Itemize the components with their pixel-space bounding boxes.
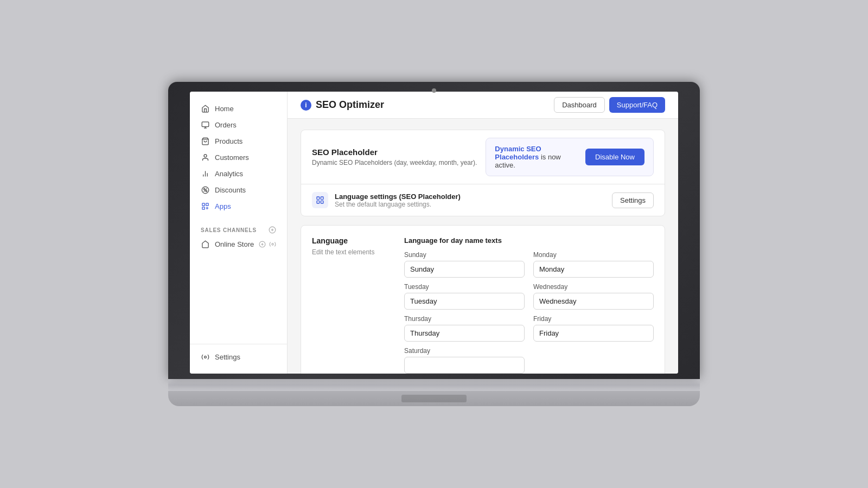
sidebar-item-products-label: Products [215, 137, 242, 145]
laptop-bottom [168, 391, 700, 406]
svg-line-10 [203, 188, 207, 191]
sunday-input[interactable] [404, 261, 525, 278]
online-store-left: Online Store [201, 240, 254, 248]
sidebar-item-home-label: Home [215, 105, 234, 113]
online-store-label: Online Store [215, 240, 254, 248]
customers-icon [201, 153, 209, 162]
sidebar: Home Orders [190, 92, 288, 374]
tuesday-input[interactable] [404, 293, 525, 310]
sidebar-item-analytics-label: Analytics [215, 170, 243, 178]
seo-placeholder-banner: SEO Placeholder Dynamic SEO Placeholders… [301, 130, 665, 184]
laptop-screen: Home Orders [190, 92, 678, 374]
sidebar-bottom: Settings [190, 344, 287, 365]
seo-placeholder-left: SEO Placeholder Dynamic SEO Placeholders… [312, 147, 477, 166]
sidebar-item-analytics[interactable]: Analytics [190, 165, 287, 182]
day-field-friday: Friday [533, 315, 654, 342]
day-field-thursday: Thursday [404, 315, 525, 342]
svg-point-20 [272, 243, 273, 245]
support-faq-button[interactable]: Support/FAQ [609, 97, 665, 113]
disable-now-button[interactable]: Disable Now [585, 149, 644, 165]
language-settings-subtitle: Set the default language settings. [335, 201, 461, 208]
svg-rect-13 [202, 207, 204, 209]
sidebar-nav: Home Orders [190, 100, 287, 214]
language-panel-right: Language for day name texts Sunday Monda… [404, 236, 654, 374]
monday-input[interactable] [533, 261, 654, 278]
content-area: SEO Placeholder Dynamic SEO Placeholders… [288, 119, 678, 374]
sidebar-item-apps[interactable]: Apps [190, 198, 287, 214]
orders-icon [201, 120, 209, 129]
sunday-label: Sunday [404, 251, 525, 259]
svg-rect-25 [321, 201, 323, 203]
svg-rect-23 [321, 197, 323, 200]
sidebar-item-products[interactable]: Products [190, 133, 287, 149]
sales-channels-section: SALES CHANNELS [190, 220, 287, 236]
wednesday-input[interactable] [533, 293, 654, 310]
language-settings-left: Language settings (SEO Placeholder) Set … [312, 192, 461, 208]
svg-rect-0 [202, 121, 209, 126]
sidebar-item-home[interactable]: Home [190, 100, 287, 117]
seo-placeholder-status-text: Dynamic SEO Placeholders is now active. [495, 145, 577, 169]
friday-label: Friday [533, 315, 654, 323]
language-panel: Language Edit the text elements Language… [301, 225, 665, 374]
settings-icon [201, 352, 209, 361]
friday-input[interactable] [533, 325, 654, 342]
seo-placeholder-bold: Dynamic SEO Placeholders [495, 145, 541, 161]
language-panel-subtitle: Edit the text elements [312, 248, 388, 256]
sidebar-item-discounts-label: Discounts [215, 186, 246, 194]
app-title-text: SEO Optimizer [316, 99, 384, 111]
day-field-saturday: Saturday [404, 347, 525, 374]
app-title-area: i SEO Optimizer [301, 99, 384, 111]
online-store-action-icons [259, 241, 276, 248]
sidebar-item-online-store[interactable]: Online Store [190, 236, 287, 252]
day-field-wednesday: Wednesday [533, 283, 654, 310]
day-field-sunday: Sunday [404, 251, 525, 278]
products-icon [201, 137, 209, 145]
day-field-tuesday: Tuesday [404, 283, 525, 310]
home-icon [201, 104, 209, 113]
svg-point-4 [204, 154, 207, 157]
app-header: i SEO Optimizer Dashboard Support/FAQ [288, 92, 678, 119]
svg-rect-22 [317, 197, 320, 200]
tuesday-label: Tuesday [404, 283, 525, 291]
discounts-icon [201, 185, 209, 194]
sidebar-item-discounts[interactable]: Discounts [190, 182, 287, 198]
monday-label: Monday [533, 251, 654, 259]
apps-icon [201, 202, 209, 210]
language-settings-info: Language settings (SEO Placeholder) Set … [335, 192, 461, 208]
svg-rect-24 [317, 201, 320, 203]
sidebar-item-settings[interactable]: Settings [190, 349, 287, 365]
sidebar-item-apps-label: Apps [215, 202, 231, 210]
thursday-input[interactable] [404, 325, 525, 342]
language-icon [312, 192, 328, 208]
analytics-icon [201, 169, 209, 178]
language-settings-title: Language settings (SEO Placeholder) [335, 192, 461, 201]
day-grid: Sunday Monday Tuesday [404, 251, 654, 374]
language-settings-row: Language settings (SEO Placeholder) Set … [301, 184, 665, 216]
svg-rect-11 [202, 203, 204, 205]
trackpad [401, 395, 467, 402]
saturday-label: Saturday [404, 347, 525, 355]
sidebar-item-orders[interactable]: Orders [190, 117, 287, 133]
language-settings-button[interactable]: Settings [612, 192, 654, 208]
thursday-label: Thursday [404, 315, 525, 323]
sidebar-item-orders-label: Orders [215, 121, 237, 129]
header-buttons: Dashboard Support/FAQ [554, 97, 665, 113]
seo-placeholder-desc: Dynamic SEO Placeholders (day, weekday, … [312, 159, 477, 166]
sidebar-item-customers-label: Customers [215, 153, 249, 162]
wednesday-label: Wednesday [533, 283, 654, 291]
language-panel-left: Language Edit the text elements [312, 236, 388, 374]
svg-point-8 [203, 188, 205, 190]
language-panel-title: Language [312, 236, 388, 245]
svg-point-9 [206, 190, 207, 192]
laptop-camera [432, 88, 436, 93]
day-names-title: Language for day name texts [404, 236, 654, 245]
svg-point-21 [204, 356, 206, 358]
dashboard-button[interactable]: Dashboard [554, 97, 605, 113]
app-title-icon: i [301, 100, 311, 111]
sidebar-item-settings-label: Settings [215, 353, 240, 361]
sales-channels-label: SALES CHANNELS [201, 227, 257, 233]
store-icon [201, 240, 209, 248]
day-field-monday: Monday [533, 251, 654, 278]
saturday-input[interactable] [404, 357, 525, 374]
sidebar-item-customers[interactable]: Customers [190, 149, 287, 165]
